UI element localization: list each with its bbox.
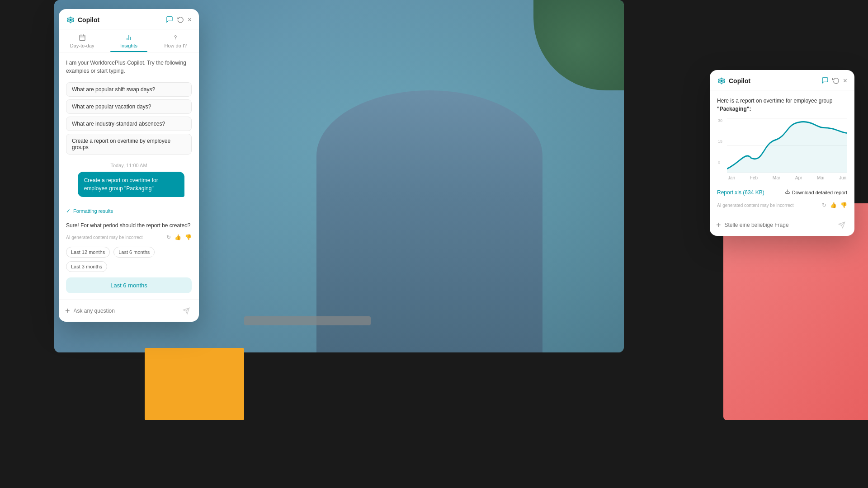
y-label-15: 15 (718, 139, 726, 144)
chat-icon-right (821, 77, 829, 84)
tab-how-do-i-label: How do I? (165, 43, 187, 48)
plus-btn-right[interactable]: + (716, 221, 721, 230)
x-axis-labels: Jan Feb Mar Apr Mai Jun (727, 175, 847, 180)
chat-input-bar-left: + (59, 300, 199, 322)
period-chip-12[interactable]: Last 12 months (66, 247, 110, 258)
refresh-action-left[interactable]: ↻ (166, 234, 171, 240)
ai-response: Sure! For what period should the report … (59, 218, 199, 232)
copilot-panel-left: Copilot × Day-to-day (59, 9, 199, 322)
panel-title-text: Copilot (78, 16, 99, 23)
y-axis-labels: 0 15 30 (718, 118, 726, 164)
period-chip-3[interactable]: Last 3 months (66, 261, 107, 272)
user-message-container: Create a report on overtime for employee… (59, 172, 199, 206)
ai-disclaimer-text-left: AI generated content may be incorrect (66, 235, 143, 240)
chat-icon-btn-right[interactable] (821, 77, 829, 85)
thumbs-down-left[interactable]: 👎 (185, 234, 192, 240)
svg-point-8 (175, 39, 176, 39)
send-btn-right[interactable] (835, 219, 848, 231)
chat-icon-btn-left[interactable] (166, 16, 173, 24)
x-label-mai: Mai (817, 175, 824, 180)
panel-title-text-right: Copilot (729, 77, 750, 84)
formatting-notice: ✓ Formatting results (59, 206, 199, 218)
suggestion-item[interactable]: What are industry-standard absences? (66, 117, 192, 131)
panel-header-actions-left: × (166, 16, 192, 24)
user-message-bubble: Create a report on overtime for employee… (78, 172, 184, 197)
report-link-row: Report.xls (634 KB) Download detailed re… (710, 185, 854, 199)
download-btn[interactable]: Download detailed report (785, 189, 847, 196)
history-icon-btn-right[interactable] (832, 77, 840, 85)
suggestion-item[interactable]: What are popular vacation days? (66, 99, 192, 114)
ai-disclaimer-text-right: AI generated content may be incorrect (717, 203, 794, 208)
chat-input-left[interactable] (74, 308, 176, 314)
send-icon-right (838, 221, 845, 229)
panel-header-right: Copilot × (710, 70, 854, 90)
ai-disclaimer-left: AI generated content may be incorrect ↻ … (59, 232, 199, 244)
x-label-mar: Mar (773, 175, 780, 180)
y-label-0: 0 (718, 160, 726, 164)
period-options: Last 12 months Last 6 months Last 3 mont… (59, 244, 199, 277)
x-label-jun: Jun (839, 175, 846, 180)
ai-actions-left: ↻ 👍 👎 (166, 234, 192, 240)
check-icon: ✓ (66, 208, 71, 214)
suggestion-item-overtime[interactable]: Create a report on overtime by employee … (66, 134, 192, 155)
send-btn-left[interactable] (180, 305, 193, 317)
chat-divider: Today, 11:00 AM (59, 159, 199, 172)
download-arrow-icon (785, 189, 790, 194)
thumbs-up-right[interactable]: 👍 (830, 202, 837, 208)
ai-actions-right: ↻ 👍 👎 (822, 202, 847, 208)
question-icon (172, 34, 179, 41)
selected-period[interactable]: Last 6 months (66, 277, 192, 293)
decorative-salmon-block (723, 203, 868, 420)
svg-point-0 (70, 19, 72, 21)
history-icon-btn-left[interactable] (177, 16, 184, 24)
chart-title: Here is a report on overtime for employe… (717, 97, 847, 113)
suggestion-list: What are popular shift swap days? What a… (59, 80, 199, 159)
chart-icon (125, 34, 132, 41)
chat-input-bar-right: + (710, 214, 854, 236)
tab-how-do-i[interactable]: How do I? (152, 29, 199, 52)
copilot-logo-icon-right (717, 76, 726, 85)
decorative-orange-block (145, 348, 244, 420)
history-icon-right (832, 77, 840, 84)
line-chart-svg (727, 118, 847, 173)
tab-insights[interactable]: Insights (105, 29, 152, 52)
download-icon (785, 189, 790, 196)
tab-day-to-day-label: Day-to-day (70, 43, 94, 48)
svg-rect-1 (80, 35, 85, 41)
plus-btn-left[interactable]: + (65, 306, 70, 316)
x-label-feb: Feb (750, 175, 758, 180)
period-chip-6[interactable]: Last 6 months (113, 247, 155, 258)
panel-title-right: Copilot (717, 76, 750, 85)
svg-point-11 (721, 80, 723, 82)
suggestion-item[interactable]: What are popular shift swap days? (66, 82, 192, 97)
calendar-icon (79, 34, 86, 41)
panel-header-left: Copilot × (59, 9, 199, 29)
panel-tabs-left: Day-to-day Insights How do I? (59, 29, 199, 52)
thumbs-up-left[interactable]: 👍 (175, 234, 181, 240)
tab-day-to-day[interactable]: Day-to-day (59, 29, 105, 52)
chart-title-group: "Packaging": (717, 106, 751, 112)
chart-wrapper: 0 15 30 (717, 118, 847, 173)
report-link[interactable]: Report.xls (634 KB) (717, 189, 764, 196)
copilot-panel-right: Copilot × Here is a report on overtime f… (710, 70, 854, 236)
refresh-action-right[interactable]: ↻ (822, 202, 826, 208)
x-label-apr: Apr (795, 175, 802, 180)
y-label-30: 30 (718, 118, 726, 123)
x-label-jan: Jan (728, 175, 735, 180)
panel-title-left: Copilot (66, 15, 99, 24)
download-label: Download detailed report (792, 190, 847, 195)
panel-intro: I am your WorkforcePlus-Copilot. Try the… (59, 52, 199, 80)
thumbs-down-right[interactable]: 👎 (840, 202, 847, 208)
close-btn-left[interactable]: × (188, 16, 192, 24)
panel-header-actions-right: × (821, 77, 847, 85)
close-btn-right[interactable]: × (843, 77, 847, 85)
chart-title-intro: Here is a report on overtime for employe… (717, 98, 832, 104)
formatting-notice-text: Formatting results (73, 208, 113, 214)
chat-input-right[interactable] (725, 222, 832, 228)
ai-disclaimer-right: AI generated content may be incorrect ↻ … (710, 199, 854, 212)
tab-insights-label: Insights (120, 43, 137, 48)
copilot-logo-icon (66, 15, 75, 24)
send-icon-left (183, 307, 190, 314)
chart-area: Here is a report on overtime for employe… (710, 90, 854, 185)
